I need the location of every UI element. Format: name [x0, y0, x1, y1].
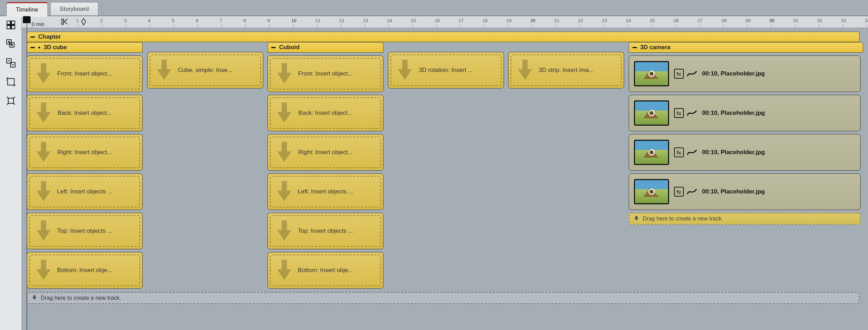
chapter-new-track-drop[interactable]: Drag here to create a new track. — [27, 292, 860, 304]
cube-header[interactable]: 3D cube — [27, 42, 143, 53]
clip-filename: Placeholder.jpg — [721, 149, 765, 156]
chapter-header[interactable]: Chapter — [27, 32, 860, 42]
cube-simple-slot[interactable]: Cube, simple: Inse... — [147, 52, 263, 88]
cuboid-bottom-slot[interactable]: Bottom: Insert obje... — [267, 252, 383, 289]
new-track-label: Drag here to create a new track. — [643, 216, 723, 222]
cuboid-back-slot[interactable]: Back: Insert object... — [267, 95, 383, 131]
tab-timeline[interactable]: Timeline — [6, 2, 48, 16]
tool-crop-icon[interactable] — [4, 75, 18, 88]
cube-bottom-slot[interactable]: Bottom: Insert obje... — [27, 252, 143, 289]
rotation-slot[interactable]: 3D rotation: Insert ... — [388, 52, 504, 88]
clip-filename: Placeholder.jpg — [721, 70, 765, 77]
down-arrow-icon — [634, 215, 639, 222]
cuboid-header[interactable]: Cuboid — [267, 42, 383, 53]
camera-clip[interactable]: fx 00:10, Placeholder.jpg — [629, 55, 861, 92]
time-ruler[interactable]: 0 min 1 2 3 4 5 6 7 8 9 10 11 1 — [22, 16, 868, 28]
curve-icon[interactable] — [687, 108, 697, 118]
clip-duration: 00:10, — [702, 70, 719, 77]
scissors-icon[interactable] — [60, 18, 69, 27]
left-toolbar — [0, 16, 22, 330]
slot-label: Back: Insert object... — [285, 110, 366, 117]
cube-title: 3D cube — [44, 44, 67, 51]
cube-left-slot[interactable]: Left: Insert objects ... — [27, 173, 143, 210]
slot-label: 3D strip: Insert ima... — [526, 67, 607, 74]
chapter-label: Chapter — [38, 33, 61, 40]
collapse-icon[interactable] — [31, 37, 35, 38]
cuboid-title: Cuboid — [279, 44, 300, 51]
clip-duration: 00:10, — [702, 149, 719, 156]
cube-front-slot[interactable]: Front: Insert object... — [27, 55, 143, 92]
slot-label: Bottom: Insert obje... — [285, 267, 366, 274]
curve-icon[interactable] — [687, 69, 697, 79]
clip-filename: Placeholder.jpg — [721, 188, 765, 195]
slot-label: Left: Insert objects ... — [285, 188, 366, 195]
fx-icon[interactable]: fx — [674, 108, 684, 118]
clip-duration: 00:10, — [702, 110, 719, 116]
tool-split-icon[interactable] — [4, 18, 18, 32]
slot-label: Front: Insert object... — [285, 70, 366, 77]
slot-label: Top: Insert objects ... — [44, 227, 125, 235]
clip-filename: Placeholder.jpg — [721, 110, 765, 116]
collapse-icon[interactable] — [271, 47, 276, 48]
slot-label: Front: Insert object... — [44, 70, 125, 77]
collapse-icon[interactable] — [633, 47, 637, 48]
slot-label: Right: Insert object... — [285, 149, 366, 156]
camera-header[interactable]: 3D camera — [629, 42, 863, 53]
cuboid-left-slot[interactable]: Left: Insert objects ... — [267, 173, 383, 210]
svg-rect-5 — [8, 98, 13, 104]
curve-icon[interactable] — [687, 187, 697, 197]
ruler-zero-label: 0 min — [32, 21, 45, 27]
fx-icon[interactable]: fx — [674, 147, 684, 157]
clip-thumbnail — [634, 179, 669, 204]
slot-label: Bottom: Insert obje... — [44, 267, 125, 274]
down-arrow-icon — [32, 295, 37, 302]
fx-icon[interactable]: fx — [674, 187, 684, 197]
tool-group-b-icon[interactable] — [4, 56, 18, 70]
slot-label: Top: Insert objects ... — [285, 227, 366, 235]
tab-storyboard[interactable]: Storyboard — [50, 2, 98, 15]
camera-title: 3D camera — [640, 44, 671, 51]
camera-clip[interactable]: fx 00:10, Placeholder.jpg — [629, 95, 861, 131]
camera-clip[interactable]: fx 00:10, Placeholder.jpg — [629, 134, 861, 171]
clip-thumbnail — [634, 100, 669, 126]
slot-label: 3D rotation: Insert ... — [406, 67, 486, 74]
tool-group-a-icon[interactable] — [4, 37, 18, 51]
collapse-icon[interactable] — [31, 47, 35, 48]
svg-rect-4 — [7, 79, 14, 85]
camera-clip[interactable]: fx 00:10, Placeholder.jpg — [629, 173, 861, 210]
strip-slot[interactable]: 3D strip: Insert ima... — [508, 52, 624, 88]
new-track-label: Drag here to create a new track. — [41, 295, 121, 301]
cube-back-slot[interactable]: Back: Insert object... — [27, 95, 143, 131]
tool-frame-icon[interactable] — [4, 94, 18, 107]
camera-new-track-drop[interactable]: Drag here to create a new track. — [629, 213, 861, 225]
clip-thumbnail — [634, 61, 669, 86]
cube-right-slot[interactable]: Right: Insert object... — [27, 134, 143, 171]
slot-label: Back: Insert object... — [44, 110, 125, 117]
dot-icon — [38, 47, 40, 48]
cuboid-top-slot[interactable]: Top: Insert objects ... — [267, 213, 383, 249]
cuboid-front-slot[interactable]: Front: Insert object... — [267, 55, 383, 92]
slot-label: Right: Insert object... — [44, 149, 125, 156]
cube-top-slot[interactable]: Top: Insert objects ... — [27, 213, 143, 249]
cuboid-right-slot[interactable]: Right: Insert object... — [267, 134, 383, 171]
slot-label: Left: Insert objects ... — [44, 188, 125, 195]
clip-thumbnail — [634, 140, 669, 165]
fx-icon[interactable]: fx — [674, 69, 684, 79]
slot-label: Cube, simple: Inse... — [165, 67, 246, 74]
curve-icon[interactable] — [687, 147, 697, 157]
clip-duration: 00:10, — [702, 188, 719, 195]
